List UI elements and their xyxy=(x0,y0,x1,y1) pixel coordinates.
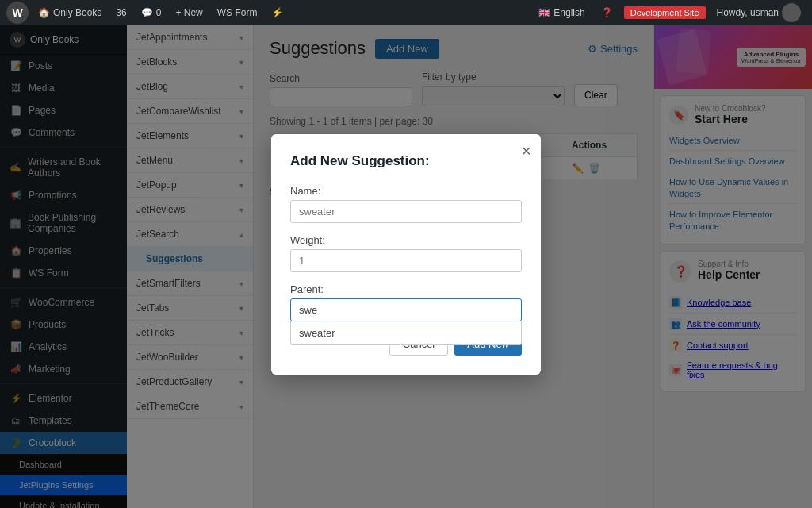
flag-icon: 🇬🇧 xyxy=(538,7,550,18)
weight-input[interactable] xyxy=(290,249,522,272)
home-icon: 🏠 xyxy=(38,7,50,18)
name-field-row: Name: xyxy=(290,185,522,223)
autocomplete-dropdown: sweater xyxy=(290,321,522,345)
update-counter[interactable]: 36 xyxy=(111,7,131,18)
modal-title: Add New Suggestion: xyxy=(290,153,522,169)
weight-field-row: Weight: xyxy=(290,234,522,272)
wp-logo[interactable]: W xyxy=(6,2,29,24)
dev-badge[interactable]: Development Site xyxy=(624,6,706,19)
help-icon[interactable]: ❓ xyxy=(596,7,618,18)
parent-field-row: Parent: sweater xyxy=(290,283,522,321)
site-name[interactable]: 🏠 Only Books xyxy=(33,7,106,18)
modal-close-button[interactable]: ✕ xyxy=(521,144,531,159)
admin-bar: W 🏠 Only Books 36 💬 0 + New WS Form ⚡ 🇬🇧… xyxy=(0,0,812,25)
modal-overlay[interactable]: ✕ Add New Suggestion: Name: Weight: Pare… xyxy=(0,0,812,508)
parent-label: Parent: xyxy=(290,283,522,295)
weight-label: Weight: xyxy=(290,234,522,246)
language-selector[interactable]: 🇬🇧 English xyxy=(534,7,589,18)
crocoblock-icon[interactable]: ⚡ xyxy=(266,7,288,18)
name-label: Name: xyxy=(290,185,522,197)
parent-input[interactable] xyxy=(290,298,522,321)
adminbar-right: 🇬🇧 English ❓ Development Site Howdy, usm… xyxy=(534,3,806,22)
autocomplete-item[interactable]: sweater xyxy=(291,321,521,344)
add-suggestion-modal: ✕ Add New Suggestion: Name: Weight: Pare… xyxy=(271,134,541,375)
comment-icon: 💬 xyxy=(141,7,153,18)
comments-counter[interactable]: 💬 0 xyxy=(136,7,167,18)
name-input[interactable] xyxy=(290,200,522,223)
user-greeting[interactable]: Howdy, usman xyxy=(712,3,806,22)
avatar xyxy=(782,3,801,22)
new-button[interactable]: + New xyxy=(170,7,207,18)
parent-input-wrap: sweater xyxy=(290,298,522,321)
wsform-button[interactable]: WS Form xyxy=(213,7,262,18)
